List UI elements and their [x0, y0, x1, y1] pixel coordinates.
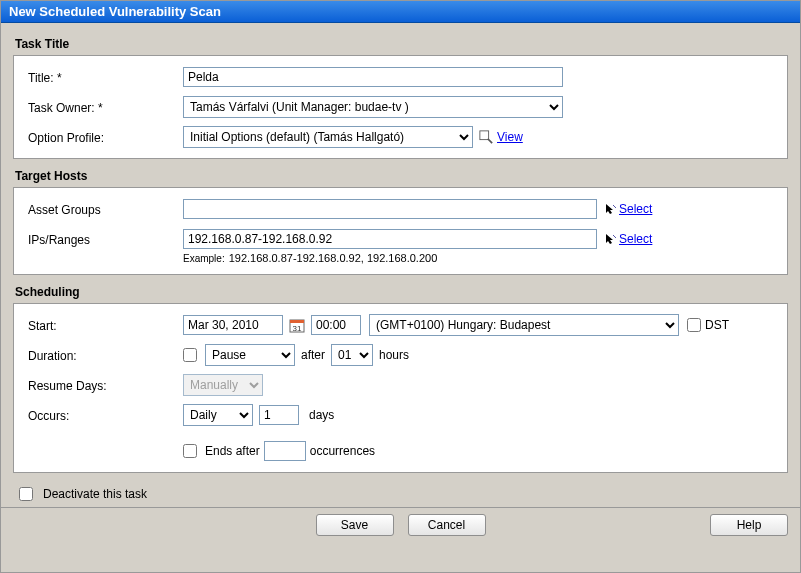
section-heading-target-hosts: Target Hosts	[15, 169, 788, 183]
days-text: days	[309, 408, 334, 422]
occurrences-input[interactable]	[264, 441, 306, 461]
label-occurs: Occurs:	[28, 407, 183, 423]
after-text: after	[301, 348, 325, 362]
panel-target-hosts: Asset Groups Select IPs/Ranges Select	[13, 187, 788, 275]
label-resume-days: Resume Days:	[28, 377, 183, 393]
example-text: Example:192.168.0.87-192.168.0.92, 192.1…	[183, 252, 773, 264]
deactivate-label: Deactivate this task	[43, 487, 147, 501]
cursor-icon	[605, 233, 617, 245]
cursor-icon	[605, 203, 617, 215]
section-heading-scheduling: Scheduling	[15, 285, 788, 299]
timezone-select[interactable]: (GMT+0100) Hungary: Budapest	[369, 314, 679, 336]
hours-select[interactable]: 01	[331, 344, 373, 366]
label-start: Start:	[28, 317, 183, 333]
panel-task-title: Title: * Task Owner: * Tamás Várfalvi (U…	[13, 55, 788, 159]
occurs-number-input[interactable]	[259, 405, 299, 425]
svg-rect-3	[290, 320, 304, 323]
label-ips-ranges: IPs/Ranges	[28, 231, 183, 247]
label-option-profile: Option Profile:	[28, 129, 183, 145]
task-owner-select[interactable]: Tamás Várfalvi (Unit Manager: budae-tv )	[183, 96, 563, 118]
label-owner: Task Owner: *	[28, 99, 183, 115]
label-duration: Duration:	[28, 347, 183, 363]
dst-label: DST	[705, 318, 729, 332]
button-bar: Save Cancel Help	[1, 507, 800, 542]
option-profile-select[interactable]: Initial Options (default) (Tamás Hallgat…	[183, 126, 473, 148]
panel-scheduling: Start: 31 (GMT+0100) Hungary: Budapest D…	[13, 303, 788, 473]
pause-select[interactable]: Pause	[205, 344, 295, 366]
svg-text:31: 31	[293, 324, 302, 333]
magnifier-icon	[479, 130, 493, 144]
section-heading-task-title: Task Title	[15, 37, 788, 51]
window-title: New Scheduled Vulnerability Scan	[9, 4, 221, 19]
ends-after-text: Ends after	[205, 444, 260, 458]
calendar-icon[interactable]: 31	[289, 317, 305, 333]
svg-rect-0	[480, 131, 489, 140]
ips-select-link[interactable]: Select	[605, 232, 652, 246]
title-input[interactable]	[183, 67, 563, 87]
view-link[interactable]: View	[497, 130, 523, 144]
label-title: Title: *	[28, 69, 183, 85]
window-titlebar: New Scheduled Vulnerability Scan	[1, 1, 800, 23]
deactivate-checkbox[interactable]	[19, 487, 33, 501]
svg-line-1	[488, 139, 492, 143]
duration-checkbox[interactable]	[183, 348, 197, 362]
save-button[interactable]: Save	[316, 514, 394, 536]
asset-groups-input[interactable]	[183, 199, 597, 219]
resume-days-select: Manually	[183, 374, 263, 396]
occurs-select[interactable]: Daily	[183, 404, 253, 426]
ips-ranges-input[interactable]	[183, 229, 597, 249]
dst-checkbox[interactable]	[687, 318, 701, 332]
help-button[interactable]: Help	[710, 514, 788, 536]
occurrences-text: occurrences	[310, 444, 375, 458]
asset-groups-select-link[interactable]: Select	[605, 202, 652, 216]
start-date-input[interactable]	[183, 315, 283, 335]
start-time-input[interactable]	[311, 315, 361, 335]
cancel-button[interactable]: Cancel	[408, 514, 486, 536]
label-asset-groups: Asset Groups	[28, 201, 183, 217]
hours-text: hours	[379, 348, 409, 362]
ends-after-checkbox[interactable]	[183, 444, 197, 458]
